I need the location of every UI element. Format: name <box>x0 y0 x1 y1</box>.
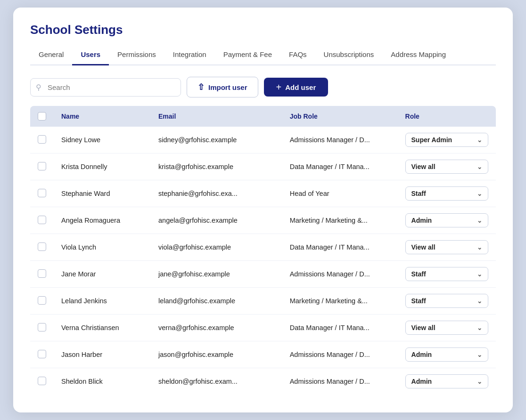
cell-email: viola@grfohisc.example <box>151 234 282 261</box>
table-body: Sidney Lowesidney@grfohisc.exampleAdmiss… <box>30 127 496 395</box>
cell-name: Stephanie Ward <box>54 180 151 207</box>
table-row: Jane Morarjane@grfohisc.exampleAdmission… <box>30 261 496 288</box>
role-dropdown[interactable]: View all⌄ <box>405 321 488 335</box>
cell-name: Angela Romaguera <box>54 207 151 234</box>
role-dropdown[interactable]: Staff⌄ <box>405 294 488 308</box>
row-checkbox[interactable] <box>38 323 46 331</box>
table-row: Angela Romagueraangela@grfohisc.exampleM… <box>30 207 496 234</box>
table-row: Verna Christiansenverna@grfohisc.example… <box>30 315 496 341</box>
cell-jobrole: Admissions Manager / D... <box>282 261 398 288</box>
row-checkbox-cell <box>30 234 54 261</box>
select-all-checkbox[interactable] <box>38 112 46 121</box>
role-dropdown[interactable]: View all⌄ <box>405 240 488 254</box>
chevron-down-icon: ⌄ <box>477 378 482 385</box>
row-checkbox-cell <box>30 315 54 341</box>
table-row: Sidney Lowesidney@grfohisc.exampleAdmiss… <box>30 127 496 153</box>
cell-email: verna@grfohisc.example <box>151 315 282 341</box>
cell-jobrole: Data Manager / IT Mana... <box>282 153 398 180</box>
chevron-down-icon: ⌄ <box>477 271 482 278</box>
cell-jobrole: Marketing / Marketing &... <box>282 207 398 234</box>
table-row: Jason Harberjason@grfohisc.exampleAdmiss… <box>30 341 496 368</box>
col-role: Role <box>398 106 496 127</box>
table-row: Krista Donnellykrista@grfohisc.exampleDa… <box>30 153 496 180</box>
row-checkbox-cell <box>30 127 54 153</box>
tab-faqs[interactable]: FAQs <box>280 46 315 65</box>
chevron-down-icon: ⌄ <box>477 163 482 170</box>
role-label: View all <box>411 163 436 170</box>
cell-name: Sheldon Blick <box>54 368 151 395</box>
row-checkbox[interactable] <box>38 377 46 385</box>
row-checkbox-cell <box>30 288 54 315</box>
role-label: Admin <box>411 351 432 358</box>
search-input[interactable] <box>30 78 181 97</box>
role-dropdown[interactable]: View all⌄ <box>405 160 488 174</box>
cell-role: Admin⌄ <box>398 341 496 368</box>
row-checkbox[interactable] <box>38 189 46 197</box>
cell-email: leland@grfohisc.example <box>151 288 282 315</box>
cell-name: Krista Donnelly <box>54 153 151 180</box>
search-icon: ⚲ <box>36 83 41 92</box>
row-checkbox[interactable] <box>38 216 46 224</box>
row-checkbox-cell <box>30 180 54 207</box>
cell-role: Staff⌄ <box>398 288 496 315</box>
tab-permissions[interactable]: Permissions <box>109 46 164 65</box>
tab-address-mapping[interactable]: Address Mapping <box>382 46 454 65</box>
role-dropdown[interactable]: Admin⌄ <box>405 213 488 227</box>
cell-jobrole: Admissions Manager / D... <box>282 341 398 368</box>
row-checkbox[interactable] <box>38 242 46 251</box>
header-checkbox-cell <box>30 106 54 127</box>
role-label: Staff <box>411 270 426 278</box>
school-settings-card: School Settings GeneralUsersPermissionsI… <box>13 8 513 412</box>
table-row: Stephanie Wardstephanie@grfohisc.exa...H… <box>30 180 496 207</box>
chevron-down-icon: ⌄ <box>477 217 482 224</box>
search-wrap: ⚲ <box>30 78 181 97</box>
import-user-button[interactable]: ⇧ Import user <box>187 77 258 97</box>
tab-users[interactable]: Users <box>72 46 109 65</box>
cell-role: Staff⌄ <box>398 261 496 288</box>
role-label: Staff <box>411 190 426 197</box>
role-dropdown[interactable]: Super Admin⌄ <box>405 133 488 147</box>
row-checkbox-cell <box>30 207 54 234</box>
row-checkbox[interactable] <box>38 162 46 170</box>
chevron-down-icon: ⌄ <box>477 351 482 358</box>
cell-email: sidney@grfohisc.example <box>151 127 282 153</box>
cell-jobrole: Head of Year <box>282 180 398 207</box>
role-label: Staff <box>411 297 426 305</box>
row-checkbox-cell <box>30 261 54 288</box>
cell-jobrole: Marketing / Marketing &... <box>282 288 398 315</box>
cell-email: stephanie@grfohisc.exa... <box>151 180 282 207</box>
import-icon: ⇧ <box>197 82 205 92</box>
page-title: School Settings <box>30 23 496 37</box>
add-user-button[interactable]: + Add user <box>264 78 329 97</box>
row-checkbox[interactable] <box>38 269 46 278</box>
tab-unsubscriptions[interactable]: Unsubscriptions <box>315 46 383 65</box>
tabs-nav: GeneralUsersPermissionsIntegrationPaymen… <box>30 46 496 65</box>
tab-integration[interactable]: Integration <box>164 46 215 65</box>
tab-payment--fee[interactable]: Payment & Fee <box>215 46 280 65</box>
cell-jobrole: Admissions Manager / D... <box>282 368 398 395</box>
toolbar: ⚲ ⇧ Import user + Add user <box>30 77 496 97</box>
role-dropdown[interactable]: Staff⌄ <box>405 186 488 201</box>
plus-icon: + <box>276 82 282 92</box>
role-label: View all <box>411 324 436 331</box>
col-email: Email <box>151 106 282 127</box>
role-dropdown[interactable]: Admin⌄ <box>405 374 488 388</box>
role-dropdown[interactable]: Staff⌄ <box>405 267 488 281</box>
import-user-label: Import user <box>208 83 247 91</box>
row-checkbox[interactable] <box>38 135 46 144</box>
cell-name: Verna Christiansen <box>54 315 151 341</box>
tab-general[interactable]: General <box>30 46 72 65</box>
cell-name: Jane Morar <box>54 261 151 288</box>
cell-role: Staff⌄ <box>398 180 496 207</box>
cell-role: View all⌄ <box>398 234 496 261</box>
row-checkbox[interactable] <box>38 350 46 358</box>
cell-name: Jason Harber <box>54 341 151 368</box>
chevron-down-icon: ⌄ <box>477 190 482 197</box>
cell-email: sheldon@grfohisc.exam... <box>151 368 282 395</box>
cell-email: krista@grfohisc.example <box>151 153 282 180</box>
row-checkbox[interactable] <box>38 296 46 305</box>
table-row: Leland Jenkinsleland@grfohisc.exampleMar… <box>30 288 496 315</box>
table-header: Name Email Job Role Role <box>30 106 496 127</box>
role-dropdown[interactable]: Admin⌄ <box>405 347 488 362</box>
role-label: Super Admin <box>411 136 452 144</box>
